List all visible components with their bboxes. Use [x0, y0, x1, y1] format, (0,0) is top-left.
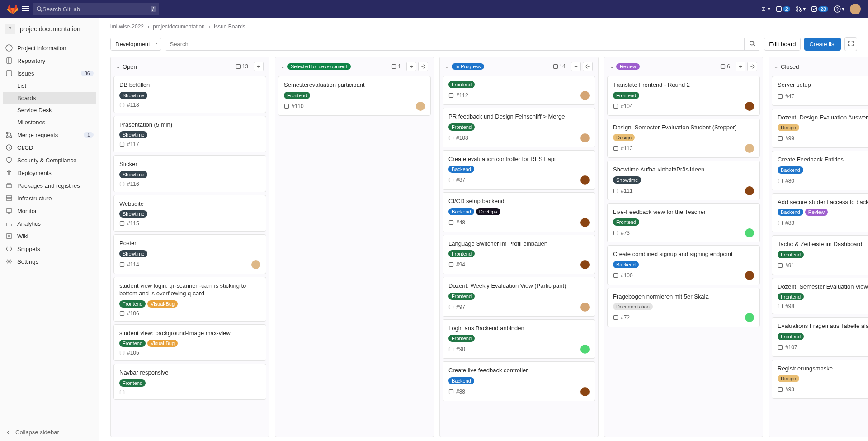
- card-label[interactable]: Showtime: [119, 250, 147, 257]
- nav-issues[interactable]: 2: [776, 6, 790, 12]
- sidebar-item-merge-requests[interactable]: Merge requests1: [0, 128, 99, 141]
- issue-card[interactable]: student view: background-image max-viewF…: [113, 324, 266, 361]
- issue-card[interactable]: Server setup#47: [772, 76, 868, 106]
- sidebar-item-settings[interactable]: Settings: [0, 255, 99, 268]
- list-settings-button[interactable]: [583, 62, 593, 71]
- card-label[interactable]: Visual-Bug: [147, 300, 178, 308]
- card-label[interactable]: Showtime: [119, 171, 147, 178]
- issue-card[interactable]: Showtime Aufbau/Inhalt/PräsiIdeenShowtim…: [607, 161, 760, 200]
- breadcrumb-link[interactable]: projectdocumentation: [153, 24, 205, 30]
- card-label[interactable]: Frontend: [613, 218, 639, 226]
- issue-card[interactable]: Translate Frontend - Round 2Frontend#104: [607, 76, 760, 116]
- issue-card[interactable]: Login ans Backend anbindenFrontend#90: [443, 319, 595, 359]
- card-label[interactable]: Review: [805, 209, 828, 216]
- card-label[interactable]: DevOps: [476, 208, 500, 215]
- add-card-button[interactable]: +: [736, 62, 745, 71]
- issue-card[interactable]: DB befüllenShowtime#118: [113, 76, 266, 113]
- assignee-avatar[interactable]: [251, 260, 260, 269]
- card-label[interactable]: Backend: [448, 208, 474, 215]
- board-selector[interactable]: Development: [110, 38, 161, 51]
- issue-card[interactable]: Add secure student access to backendBack…: [772, 193, 868, 233]
- sidebar-item-milestones[interactable]: Milestones: [0, 116, 99, 128]
- sidebar-item-snippets[interactable]: Snippets: [0, 242, 99, 255]
- hamburger-icon[interactable]: [22, 5, 29, 14]
- add-card-button[interactable]: +: [406, 62, 416, 71]
- card-label[interactable]: Frontend: [613, 92, 639, 99]
- sidebar-item-service-desk[interactable]: Service Desk: [0, 104, 99, 116]
- card-label[interactable]: Design: [778, 375, 799, 382]
- card-label[interactable]: Showtime: [613, 176, 641, 184]
- sidebar-item-infrastructure[interactable]: Infrastructure: [0, 192, 99, 204]
- list-settings-button[interactable]: [747, 62, 757, 71]
- create-menu[interactable]: ⊞ ▾: [761, 6, 770, 12]
- card-label[interactable]: Frontend: [448, 250, 475, 257]
- breadcrumb-link[interactable]: Issue Boards: [214, 24, 245, 30]
- card-label[interactable]: Frontend: [448, 123, 475, 131]
- chevron-down-icon[interactable]: ⌄: [445, 64, 449, 69]
- issue-card[interactable]: Dozent: Weekly Evaluation View (Particip…: [443, 277, 595, 317]
- issue-card[interactable]: WebseiteShowtime#115: [113, 195, 266, 232]
- card-label[interactable]: Frontend: [119, 340, 146, 347]
- assignee-avatar[interactable]: [580, 175, 590, 185]
- fullscreen-button[interactable]: [844, 37, 857, 51]
- card-label[interactable]: Frontend: [448, 81, 475, 88]
- sidebar-item-security-compliance[interactable]: Security & Compliance: [0, 154, 99, 166]
- search-input[interactable]: [42, 6, 151, 13]
- issue-card[interactable]: Evaluations Fragen aus Tabelle als Key T…: [772, 317, 868, 357]
- card-label[interactable]: Frontend: [778, 251, 804, 258]
- add-card-button[interactable]: +: [254, 62, 264, 71]
- assignee-avatar[interactable]: [745, 228, 754, 237]
- assignee-avatar[interactable]: [580, 133, 590, 142]
- sidebar-item-list[interactable]: List: [0, 80, 99, 92]
- global-search[interactable]: /: [33, 3, 159, 15]
- breadcrumb-link[interactable]: imi-wise-2022: [110, 24, 144, 30]
- issue-card[interactable]: Create Feedback EntitiesBackend#80: [772, 151, 868, 190]
- issue-card[interactable]: Design: Semester Evaluation Student (Ste…: [607, 119, 760, 158]
- chevron-down-icon[interactable]: ⌄: [774, 64, 778, 69]
- gitlab-logo-icon[interactable]: [7, 4, 18, 14]
- assignee-avatar[interactable]: [745, 271, 754, 280]
- filter-input[interactable]: [165, 38, 745, 50]
- issue-card[interactable]: Tacho & Zeitleiste im DashboardFrontend#…: [772, 235, 868, 275]
- sidebar-item-repository[interactable]: Repository: [0, 54, 99, 67]
- card-label[interactable]: Backend: [778, 166, 803, 174]
- assignee-avatar[interactable]: [416, 102, 425, 111]
- card-label[interactable]: Visual-Bug: [147, 340, 178, 347]
- issue-card[interactable]: Semesterevaluation participantFrontend#1…: [278, 76, 431, 116]
- assignee-avatar[interactable]: [745, 186, 754, 195]
- nav-todos[interactable]: 23: [811, 6, 828, 12]
- chevron-down-icon[interactable]: ⌄: [610, 64, 613, 69]
- sidebar-item-wiki[interactable]: Wiki: [0, 230, 99, 242]
- card-label[interactable]: Frontend: [448, 335, 475, 342]
- create-list-button[interactable]: Create list: [804, 38, 841, 51]
- sidebar-item-analytics[interactable]: Analytics: [0, 217, 99, 230]
- assignee-avatar[interactable]: [580, 260, 590, 269]
- issue-card[interactable]: Navbar responsiveFrontend: [113, 364, 266, 400]
- issue-card[interactable]: Fragebogen normieren mit 5er SkalaDocume…: [607, 288, 760, 327]
- filter-search-button[interactable]: [744, 38, 760, 50]
- edit-board-button[interactable]: Edit board: [764, 38, 801, 51]
- nav-merge-requests[interactable]: ▾: [796, 6, 806, 12]
- issue-card[interactable]: RegistrierungsmaskeDesign#93: [772, 360, 868, 399]
- sidebar-item-issues[interactable]: Issues36: [0, 67, 99, 80]
- card-label[interactable]: Backend: [448, 377, 474, 384]
- issue-card[interactable]: Dozent: Semester Evaluation ViewFrontend…: [772, 278, 868, 315]
- issue-card[interactable]: PosterShowtime#114: [113, 234, 266, 274]
- issue-card[interactable]: Create combined signup and signing endpo…: [607, 245, 760, 285]
- card-label[interactable]: Backend: [448, 166, 474, 173]
- issue-card[interactable]: Create evaluation controller for REST ap…: [443, 150, 595, 190]
- card-label[interactable]: Frontend: [448, 293, 475, 300]
- card-label[interactable]: Frontend: [119, 379, 146, 387]
- nav-help[interactable]: ? ▾: [834, 5, 844, 13]
- issue-card[interactable]: Frontend#112: [443, 76, 595, 105]
- assignee-avatar[interactable]: [745, 144, 754, 153]
- card-label[interactable]: Design: [778, 124, 799, 131]
- issue-card[interactable]: Präsentation (5 min)Showtime#117: [113, 116, 266, 153]
- card-label[interactable]: Showtime: [119, 210, 147, 218]
- card-label[interactable]: Documentation: [613, 303, 653, 310]
- assignee-avatar[interactable]: [580, 345, 590, 354]
- assignee-avatar[interactable]: [580, 218, 590, 227]
- issue-card[interactable]: Language Switcher im Profil einbauenFron…: [443, 235, 595, 275]
- assignee-avatar[interactable]: [745, 313, 754, 322]
- issue-card[interactable]: Dozent: Design Evaluation AuswertungDesi…: [772, 109, 868, 148]
